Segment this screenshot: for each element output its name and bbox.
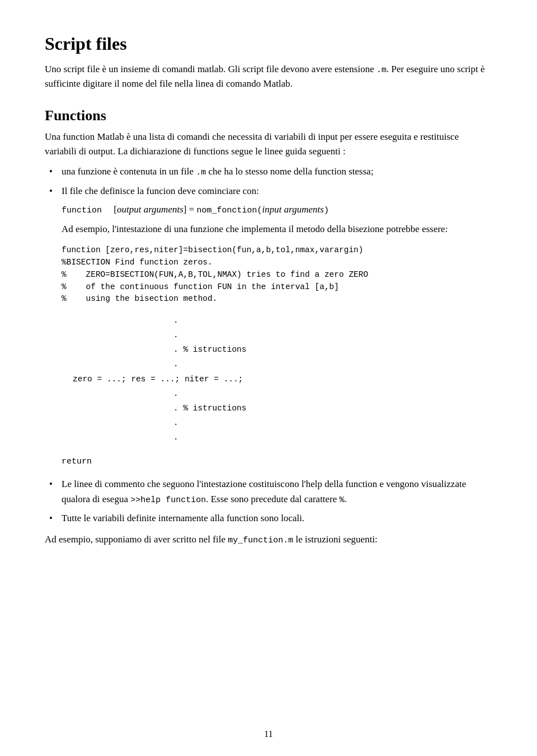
dot-4: . xyxy=(173,386,492,401)
list-item-4: Tutte le variabili definite internamente… xyxy=(45,511,492,526)
zero-line: zero = ...; res = ...; niter = ...; xyxy=(73,372,492,386)
list-item-1: una funzione è contenuta in un file .m c… xyxy=(45,164,492,179)
list-item-2: Il file che definisce la funcion deve co… xyxy=(45,184,492,469)
dot-5: . xyxy=(173,415,492,430)
return-line: return xyxy=(62,453,492,468)
page-number: 11 xyxy=(264,729,272,739)
dot-1: . xyxy=(173,313,492,328)
dots-section: . . . % istructions . xyxy=(173,313,492,371)
mono-nom-fonction: nom_fonction( xyxy=(197,206,262,215)
bisection-code-block: function [zero,res,niter]=bisection(fun,… xyxy=(62,244,492,305)
script-files-para1: Uno script file è un insieme di comandi … xyxy=(45,62,492,92)
dot-3: . xyxy=(173,357,492,371)
mono-return: return xyxy=(62,457,92,466)
function-syntax: function [output arguments] = nom_foncti… xyxy=(62,202,492,218)
dot-2: . xyxy=(173,328,492,342)
example-intro: Ad esempio, l'intestazione di una funzio… xyxy=(62,222,492,237)
input-args-label: input arguments xyxy=(262,204,324,215)
mono-dotm: .m xyxy=(196,168,206,177)
istructions-2: . % istructions xyxy=(173,401,492,415)
closing-para: Ad esempio, supponiamo di aver scritto n… xyxy=(45,532,492,547)
mono-help-function: >>help function xyxy=(130,495,206,505)
mono-close-paren: ) xyxy=(324,206,329,215)
functions-para1: Una function Matlab è una lista di coman… xyxy=(45,130,492,159)
mono-my-function: my_function.m xyxy=(228,536,293,545)
mono-function-keyword: function xyxy=(62,206,102,215)
page-title: Script files xyxy=(45,34,492,54)
functions-heading: Functions xyxy=(45,107,492,124)
list-item-3: Le linee di commento che seguono l'intes… xyxy=(45,477,492,507)
mono-percent: % xyxy=(340,495,345,505)
output-args-label: output arguments xyxy=(117,204,183,215)
dots-section-2: . . % istructions . . xyxy=(173,386,492,445)
page: Script files Uno script file è un insiem… xyxy=(0,0,537,756)
mono-m: .m xyxy=(376,65,387,75)
istructions-1: . % istructions xyxy=(173,342,492,357)
dot-6: . xyxy=(173,430,492,445)
functions-list: una funzione è contenuta in un file .m c… xyxy=(45,164,492,526)
